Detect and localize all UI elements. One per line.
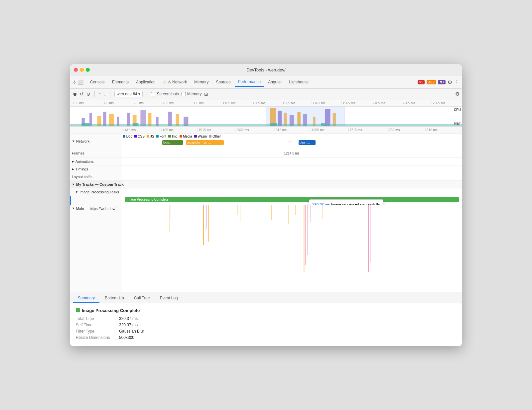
ruler-mark: 1165 ms bbox=[222, 101, 252, 105]
animations-track-content bbox=[121, 158, 462, 165]
network-bar-bfram[interactable]: bfram... bbox=[299, 140, 316, 145]
svg-rect-51 bbox=[394, 205, 394, 220]
net-label: NET bbox=[454, 122, 461, 125]
image-processing-tasks-content bbox=[121, 188, 462, 196]
svg-rect-26 bbox=[270, 123, 277, 126]
tab-angular[interactable]: Angular bbox=[265, 78, 285, 86]
detail-mark: 1715 ms bbox=[348, 128, 386, 132]
ruler-mark: 765 ms bbox=[162, 101, 192, 105]
animations-track-row: ▶ Animations bbox=[70, 158, 462, 165]
svg-rect-35 bbox=[237, 205, 238, 215]
tab-performance[interactable]: Performance bbox=[235, 77, 264, 87]
layout-shifts-text: Layout shifts bbox=[72, 175, 92, 179]
close-button[interactable] bbox=[74, 68, 78, 72]
tab-summary[interactable]: Summary bbox=[73, 294, 99, 303]
network-bar-recaptcha[interactable]: recaptcha__es_... bbox=[186, 140, 224, 145]
ruler-mark: 165 ms bbox=[72, 101, 102, 105]
image-processing-bar-content[interactable]: Image Processing Complete 320.37 ms Imag… bbox=[121, 196, 462, 205]
svg-rect-39 bbox=[288, 205, 289, 224]
settings-icon[interactable]: ⚙ bbox=[448, 79, 452, 85]
tab-application[interactable]: Application bbox=[133, 78, 159, 86]
tab-elements[interactable]: Elements bbox=[109, 78, 132, 86]
timings-track-label[interactable]: ▶ Timings bbox=[70, 165, 121, 173]
traffic-lights bbox=[74, 68, 90, 72]
image-processing-bar[interactable]: Image Processing Complete bbox=[125, 197, 459, 202]
clear-button[interactable]: ⊘ bbox=[86, 91, 90, 97]
upload-button[interactable]: ↑ bbox=[99, 91, 101, 97]
inspect-icon[interactable]: ⊹ bbox=[72, 79, 76, 85]
main-track-content[interactable] bbox=[121, 205, 462, 292]
frames-track-content: 1214.8 ms bbox=[121, 149, 462, 157]
layout-shifts-label[interactable]: Layout shifts bbox=[70, 173, 121, 180]
overview-timeline[interactable]: 165 ms 365 ms 565 ms 765 ms 965 ms 1165 … bbox=[70, 100, 462, 127]
collapse-arrow[interactable]: ▼ bbox=[75, 190, 78, 194]
reload-button[interactable]: ↺ bbox=[80, 91, 84, 97]
svg-rect-38 bbox=[271, 205, 272, 220]
more-icon[interactable]: ⋮ bbox=[454, 79, 460, 85]
top-toolbar: ⊹ ⬜ Console Elements Application ⚠ ⚠ Net… bbox=[70, 76, 462, 89]
detail-mark: 1415 ms bbox=[122, 128, 160, 132]
device-icon[interactable]: ⬜ bbox=[78, 79, 83, 85]
tracks-area[interactable]: ▼ Network Doc CSS JS Font Img Media Wasm… bbox=[70, 134, 462, 292]
tab-event-log[interactable]: Event Log bbox=[155, 294, 183, 303]
detail-ruler: 1415 ms 1465 ms 1515 ms 1565 ms 1615 ms … bbox=[70, 127, 462, 134]
collapse-arrow[interactable]: ▼ bbox=[72, 183, 75, 186]
svg-rect-11 bbox=[168, 112, 172, 126]
warning-badge: ⚠ 17 bbox=[427, 80, 436, 84]
animations-label: Animations bbox=[75, 159, 93, 163]
overview-graph[interactable]: CPU NET bbox=[70, 107, 462, 127]
image-processing-tasks-row: ▼ Image Processing Tasks bbox=[70, 188, 462, 196]
minimize-button[interactable] bbox=[80, 68, 84, 72]
tab-call-tree[interactable]: Call Tree bbox=[129, 294, 155, 303]
ruler-mark: 1965 ms bbox=[341, 101, 371, 105]
svg-rect-48 bbox=[367, 205, 367, 282]
my-tracks-group-label[interactable]: ▼ My Tracks — Custom Track bbox=[70, 181, 121, 188]
settings-2-icon[interactable]: ⚙ bbox=[455, 91, 460, 97]
collapse-arrow[interactable]: ▼ bbox=[72, 140, 75, 143]
screenshots-checkbox[interactable]: Screenshots bbox=[151, 92, 179, 96]
download-button[interactable]: ↓ bbox=[104, 91, 106, 97]
svg-rect-49 bbox=[368, 205, 369, 272]
summary-row-resize: Resize Dimensions 500x300 bbox=[76, 335, 456, 340]
svg-rect-29 bbox=[169, 205, 170, 232]
image-processing-bar-label bbox=[70, 196, 121, 205]
ruler-mark: 365 ms bbox=[102, 101, 132, 105]
tab-memory[interactable]: Memory bbox=[191, 78, 212, 86]
collapse-arrow[interactable]: ▼ bbox=[72, 207, 75, 210]
ruler-mark: 1565 ms bbox=[282, 101, 312, 105]
image-processing-tasks-label[interactable]: ▼ Image Processing Tasks bbox=[70, 188, 121, 196]
tab-console[interactable]: Console bbox=[87, 78, 108, 86]
svg-rect-18 bbox=[297, 112, 300, 126]
image-processing-bar-row: Image Processing Complete 320.37 ms Imag… bbox=[70, 196, 462, 205]
timings-label: Timings bbox=[75, 167, 88, 171]
tab-bottom-up[interactable]: Bottom-Up bbox=[100, 294, 128, 303]
collapse-arrow[interactable]: ▶ bbox=[72, 167, 74, 171]
network-bar-logo[interactable]: logo... bbox=[162, 140, 183, 145]
svg-rect-36 bbox=[241, 205, 241, 222]
tab-lighthouse[interactable]: Lighthouse bbox=[286, 78, 312, 86]
maximize-button[interactable] bbox=[86, 68, 90, 72]
frames-label: Frames bbox=[72, 151, 84, 155]
tab-network[interactable]: ⚠ ⚠ Network bbox=[160, 78, 190, 86]
timings-track-content bbox=[121, 165, 462, 173]
main-track-label[interactable]: ▼ Main — https://web.dev/ bbox=[70, 205, 121, 292]
network-track-label[interactable]: ▼ Network bbox=[70, 134, 121, 149]
layout-shifts-row: Layout shifts bbox=[70, 173, 462, 181]
svg-rect-27 bbox=[321, 123, 326, 126]
layout-shifts-content bbox=[121, 173, 462, 180]
collapse-arrow[interactable]: ▶ bbox=[72, 160, 74, 163]
chevron-down-icon: ▾ bbox=[138, 92, 140, 96]
record-button[interactable]: ⏺ bbox=[72, 91, 77, 97]
session-selector[interactable]: web.dev #4 ▾ bbox=[114, 91, 143, 97]
memory-checkbox[interactable]: Memory bbox=[182, 92, 201, 96]
frames-track-row: Frames 1214.8 ms bbox=[70, 149, 462, 158]
summary-row-total-time: Total Time 320.37 ms bbox=[76, 316, 456, 321]
tab-sources[interactable]: Sources bbox=[212, 78, 234, 86]
svg-rect-21 bbox=[325, 109, 331, 126]
svg-rect-32 bbox=[205, 205, 205, 235]
main-track-text: Main — https://web.dev/ bbox=[76, 207, 115, 211]
ruler-mark: 2165 ms bbox=[372, 101, 402, 105]
flame-chart-svg bbox=[121, 205, 462, 292]
animations-track-label[interactable]: ▶ Animations bbox=[70, 158, 121, 165]
frames-track-label[interactable]: Frames bbox=[70, 149, 121, 157]
